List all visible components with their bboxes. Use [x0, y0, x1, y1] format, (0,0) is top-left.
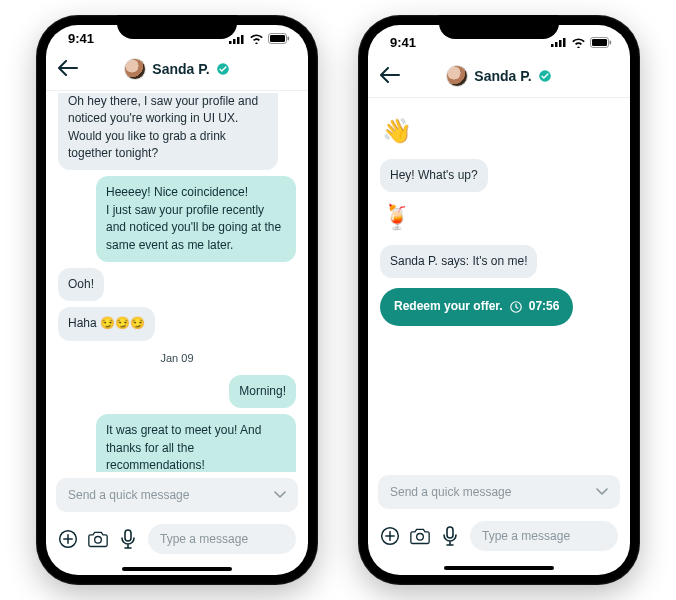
redeem-offer-button[interactable]: Redeem your offer. 07:56 [380, 288, 573, 325]
svg-point-9 [95, 536, 102, 543]
chat-title: Sanda P. [474, 68, 531, 84]
chevron-down-icon [596, 488, 608, 496]
phone-notch [439, 15, 559, 39]
svg-rect-0 [229, 41, 232, 44]
input-bar: Type a message [368, 515, 630, 561]
battery-icon [590, 37, 612, 48]
svg-rect-17 [610, 40, 612, 44]
message-outgoing: It was great to meet you! And thanks for… [58, 414, 296, 472]
wifi-icon [249, 33, 264, 44]
camera-button[interactable] [410, 526, 430, 546]
message-incoming: Hey! What's up? [380, 159, 618, 192]
phone-notch [117, 15, 237, 39]
home-indicator [368, 561, 630, 575]
redeem-timer: 07:56 [529, 298, 560, 315]
message-input[interactable]: Type a message [148, 524, 296, 554]
message-incoming: Sanda P. says: It's on me! [380, 245, 618, 278]
status-time: 9:41 [390, 35, 416, 50]
input-bar: Type a message [46, 518, 308, 564]
message-input[interactable]: Type a message [470, 521, 618, 551]
message-bubble: Sanda P. says: It's on me! [380, 245, 537, 278]
chat-title: Sanda P. [152, 61, 209, 77]
avatar[interactable] [446, 65, 468, 87]
svg-rect-6 [288, 37, 290, 41]
status-icons [551, 37, 612, 48]
message-outgoing: Heeeey! Nice coincidence! I just saw you… [58, 176, 296, 262]
status-time: 9:41 [68, 31, 94, 46]
message-input-placeholder: Type a message [160, 532, 248, 546]
svg-point-21 [417, 534, 424, 541]
quick-message-bar[interactable]: Send a quick message [56, 478, 298, 512]
phone-screen: 9:41 Sanda P. Oh hey there, I saw your p… [46, 25, 308, 575]
quick-message-bar[interactable]: Send a quick message [378, 475, 620, 509]
message-emoji: 🍹 [380, 198, 618, 237]
message-bubble: Oh hey there, I saw your profile and not… [58, 93, 278, 171]
message-incoming: Ooh! [58, 268, 296, 301]
message-incoming: Haha 😏😏😏 [58, 307, 296, 340]
date-separator: Jan 09 [58, 351, 296, 367]
svg-rect-16 [592, 39, 607, 46]
battery-icon [268, 33, 290, 44]
svg-rect-22 [447, 527, 453, 538]
verified-badge-icon [538, 69, 552, 83]
svg-rect-11 [551, 44, 554, 47]
svg-rect-2 [237, 37, 240, 44]
verified-badge-icon [216, 62, 230, 76]
redeem-label: Redeem your offer. [394, 298, 503, 315]
svg-rect-3 [241, 35, 244, 44]
home-indicator [46, 564, 308, 575]
svg-rect-12 [555, 42, 558, 47]
message-bubble: Heeeey! Nice coincidence! I just saw you… [96, 176, 296, 262]
avatar[interactable] [124, 58, 146, 80]
svg-rect-5 [270, 35, 285, 42]
add-button[interactable] [380, 526, 400, 546]
message-bubble: It was great to meet you! And thanks for… [96, 414, 296, 472]
microphone-button[interactable] [440, 526, 460, 546]
message-bubble: Morning! [229, 375, 296, 408]
message-outgoing: Morning! [58, 375, 296, 408]
microphone-button[interactable] [118, 529, 138, 549]
camera-button[interactable] [88, 529, 108, 549]
quick-message-placeholder: Send a quick message [68, 488, 189, 502]
phone-mockup-left: 9:41 Sanda P. Oh hey there, I saw your p… [36, 15, 318, 585]
phone-screen: 9:41 Sanda P. 👋 Hey! What's up? [368, 25, 630, 575]
message-incoming: Oh hey there, I saw your profile and not… [58, 93, 296, 171]
phone-mockup-right: 9:41 Sanda P. 👋 Hey! What's up? [358, 15, 640, 585]
cellular-icon [551, 37, 567, 47]
back-button[interactable] [58, 59, 78, 79]
message-bubble: Ooh! [58, 268, 104, 301]
chat-header: Sanda P. [368, 59, 630, 97]
status-icons [229, 33, 290, 44]
svg-rect-1 [233, 39, 236, 44]
chat-thread[interactable]: 👋 Hey! What's up? 🍹 Sanda P. says: It's … [368, 98, 630, 469]
back-button[interactable] [380, 66, 400, 86]
svg-rect-14 [563, 38, 566, 47]
svg-rect-10 [125, 530, 131, 541]
wifi-icon [571, 37, 586, 48]
message-bubble: Haha 😏😏😏 [58, 307, 155, 340]
clock-icon [509, 300, 523, 314]
message-input-placeholder: Type a message [482, 529, 570, 543]
quick-message-placeholder: Send a quick message [390, 485, 511, 499]
message-emoji: 👋 [380, 112, 618, 151]
chevron-down-icon [274, 491, 286, 499]
chat-thread[interactable]: Oh hey there, I saw your profile and not… [46, 91, 308, 472]
svg-rect-13 [559, 40, 562, 47]
add-button[interactable] [58, 529, 78, 549]
message-bubble: Hey! What's up? [380, 159, 488, 192]
chat-header: Sanda P. [46, 52, 308, 90]
